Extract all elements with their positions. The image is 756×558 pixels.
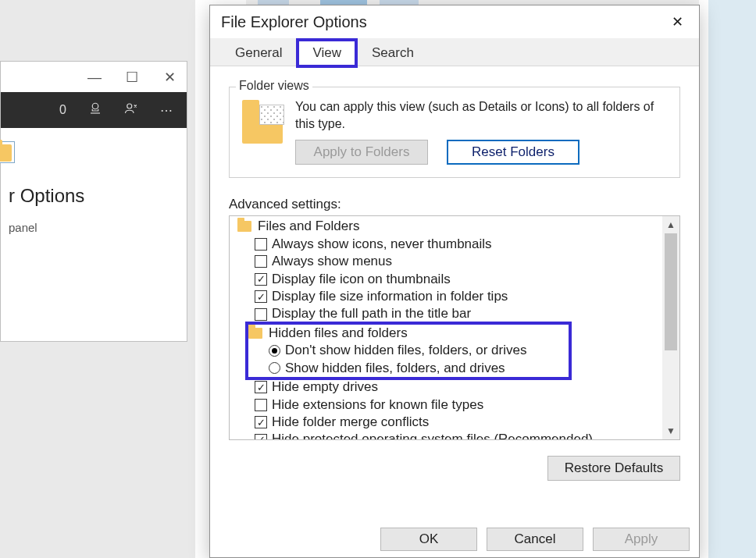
- opt-label: Display file size information in folder …: [272, 288, 508, 305]
- opt-label: Always show icons, never thumbnails: [272, 236, 492, 253]
- tree-root-files-folders: Files and Folders: [233, 218, 659, 235]
- opt-label: Display file icon on thumbnails: [272, 271, 451, 288]
- scroll-up-icon[interactable]: ▲: [666, 216, 676, 233]
- opt-always-menus[interactable]: Always show menus: [233, 253, 659, 270]
- view-panel: Folder views You can apply this view (su…: [210, 66, 699, 523]
- restore-defaults-button[interactable]: Restore Defaults: [547, 456, 680, 481]
- radio-icon[interactable]: [269, 345, 280, 357]
- maximize-icon[interactable]: ☐: [123, 69, 141, 86]
- folder-views-group: Folder views You can apply this view (su…: [229, 87, 680, 178]
- opt-hide-merge-conflicts[interactable]: Hide folder merge conflicts: [233, 414, 659, 431]
- opt-label: Hide extensions for known file types: [272, 396, 483, 414]
- checkbox-icon[interactable]: [255, 238, 267, 251]
- tab-row: General View Search: [210, 38, 699, 66]
- checkbox-icon[interactable]: [255, 381, 267, 393]
- minimize-icon[interactable]: ―: [85, 69, 104, 86]
- tab-view[interactable]: View: [298, 40, 356, 66]
- opt-hide-protected-os-files[interactable]: Hide protected operating system files (R…: [233, 431, 659, 440]
- checkbox-icon[interactable]: [255, 434, 267, 441]
- bg-window-controls: ― ☐ ✕: [1, 62, 187, 93]
- bg-body: r Options panel: [1, 129, 187, 341]
- bg-title: r Options: [9, 185, 179, 207]
- bg-subtitle: panel: [9, 221, 179, 234]
- dialog-titlebar: File Explorer Options ✕: [210, 5, 699, 38]
- cancel-button[interactable]: Cancel: [487, 528, 583, 551]
- scroll-down-icon[interactable]: ▼: [666, 422, 676, 439]
- hidden-files-highlight: Hidden files and folders Don't show hidd…: [247, 323, 570, 379]
- folder-views-label: Folder views: [236, 79, 312, 93]
- more-icon[interactable]: ⋯: [160, 103, 173, 118]
- checkbox-icon[interactable]: [255, 308, 267, 321]
- bg-zero-label: 0: [59, 103, 66, 117]
- file-explorer-options-dialog: File Explorer Options ✕ General View Sea…: [209, 5, 700, 558]
- opt-label: Hide folder merge conflicts: [272, 414, 429, 431]
- background-right: [708, 0, 756, 558]
- advanced-settings-content: Files and Folders Always show icons, nev…: [230, 216, 662, 439]
- radio-label: Don't show hidden files, folders, or dri…: [285, 342, 526, 359]
- radio-show-hidden[interactable]: Show hidden files, folders, and drives: [248, 360, 569, 377]
- dialog-button-row: OK Cancel Apply: [210, 523, 699, 557]
- folder-icon: [248, 328, 262, 339]
- close-icon[interactable]: ✕: [666, 13, 688, 30]
- bg-dark-toolbar: 0 ⋯: [1, 92, 187, 128]
- folder-icon: [237, 221, 251, 232]
- scroll-thumb[interactable]: [665, 233, 677, 350]
- tree-label: Hidden files and folders: [269, 325, 408, 342]
- close-icon[interactable]: ✕: [160, 69, 179, 86]
- svg-point-1: [127, 104, 132, 108]
- tree-hidden-files: Hidden files and folders: [248, 325, 569, 342]
- radio-icon[interactable]: [269, 362, 280, 374]
- opt-display-full-path[interactable]: Display the full path in the title bar: [233, 305, 659, 322]
- svg-point-0: [92, 103, 98, 109]
- opt-label: Hide protected operating system files (R…: [272, 431, 593, 440]
- opt-display-size-tips[interactable]: Display file size information in folder …: [233, 288, 659, 305]
- folder-views-desc: You can apply this view (such as Details…: [295, 98, 667, 132]
- opt-hide-extensions[interactable]: Hide extensions for known file types: [233, 396, 659, 414]
- advanced-settings-list: Files and Folders Always show icons, nev…: [229, 215, 680, 440]
- checkbox-icon[interactable]: [255, 255, 267, 268]
- opt-label: Always show menus: [272, 253, 392, 270]
- reset-folders-button[interactable]: Reset Folders: [447, 140, 579, 165]
- opt-display-file-icon[interactable]: Display file icon on thumbnails: [233, 271, 659, 288]
- radio-dont-show-hidden[interactable]: Don't show hidden files, folders, or dri…: [248, 342, 569, 359]
- checkbox-icon[interactable]: [255, 399, 267, 411]
- folder-icon: [0, 144, 12, 162]
- checkbox-icon[interactable]: [255, 273, 267, 286]
- dialog-title: File Explorer Options: [221, 13, 367, 31]
- tree-root-label: Files and Folders: [258, 218, 359, 235]
- apply-to-folders-button: Apply to Folders: [295, 140, 428, 165]
- advanced-settings-label: Advanced settings:: [229, 197, 680, 212]
- opt-label: Hide empty drives: [272, 379, 378, 396]
- folder-views-icon: [242, 106, 283, 144]
- opt-hide-empty-drives[interactable]: Hide empty drives: [233, 379, 659, 396]
- opt-label: Display the full path in the title bar: [272, 305, 471, 322]
- opt-always-icons[interactable]: Always show icons, never thumbnails: [233, 236, 659, 253]
- tab-search[interactable]: Search: [358, 41, 428, 66]
- radio-label: Show hidden files, folders, and drives: [285, 360, 505, 377]
- stamp-icon[interactable]: [88, 101, 102, 119]
- tab-general[interactable]: General: [221, 41, 296, 66]
- checkbox-icon[interactable]: [255, 416, 267, 428]
- person-icon[interactable]: [124, 101, 138, 119]
- apply-button: Apply: [593, 528, 690, 551]
- background-window: ― ☐ ✕ 0 ⋯ r Options panel: [0, 61, 187, 342]
- scrollbar[interactable]: ▲ ▼: [662, 216, 679, 439]
- ok-button[interactable]: OK: [380, 528, 477, 551]
- checkbox-icon[interactable]: [255, 290, 267, 303]
